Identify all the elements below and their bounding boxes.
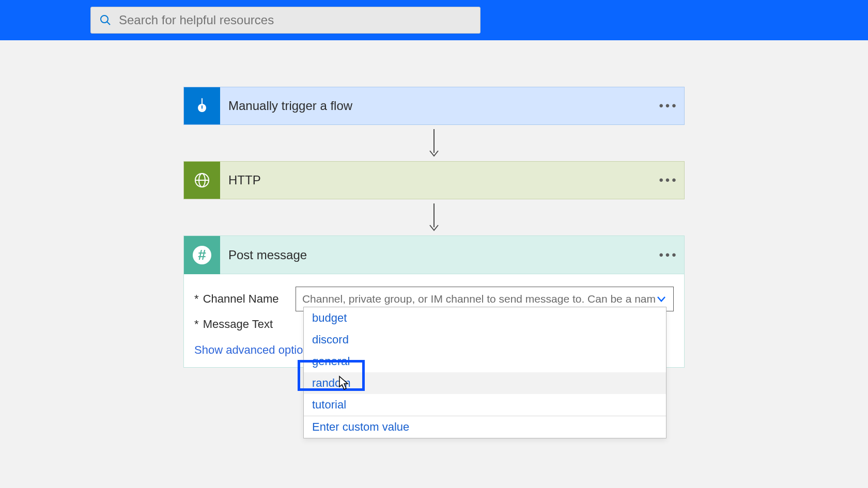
post-message-title: Post message [228, 248, 653, 262]
post-message-form: * Channel Name Channel, private group, o… [184, 274, 684, 367]
post-message-header[interactable]: # Post message ••• [184, 236, 684, 274]
channel-name-placeholder: Channel, private group, or IM channel to… [302, 293, 656, 305]
http-menu-icon[interactable]: ••• [653, 173, 684, 187]
post-message-card: # Post message ••• * Channel Name Channe… [183, 235, 685, 368]
top-bar [0, 0, 868, 40]
svg-text:#: # [198, 247, 206, 263]
svg-point-3 [202, 109, 203, 111]
search-icon [99, 14, 112, 26]
dropdown-option-discord[interactable]: discord [304, 329, 666, 351]
connector-arrow [183, 199, 685, 235]
trigger-menu-icon[interactable]: ••• [653, 99, 684, 113]
http-card[interactable]: HTTP ••• [183, 161, 685, 199]
dropdown-option-general[interactable]: general [304, 351, 666, 372]
trigger-icon [184, 87, 220, 124]
search-box[interactable] [90, 7, 481, 34]
hash-icon: # [184, 236, 220, 274]
flow-canvas: Manually trigger a flow ••• HTTP ••• [0, 87, 868, 405]
dropdown-option-random[interactable]: random [304, 372, 666, 394]
dropdown-custom-value[interactable]: Enter custom value [304, 416, 666, 438]
dropdown-option-budget[interactable]: budget [304, 307, 666, 329]
channel-name-label: * Channel Name [194, 292, 296, 306]
connector-arrow [183, 125, 685, 161]
svg-point-0 [101, 15, 108, 23]
dropdown-option-tutorial[interactable]: tutorial [304, 394, 666, 416]
globe-icon [184, 162, 220, 199]
chevron-down-icon [656, 293, 667, 305]
channel-dropdown: budgetdiscordgeneralrandomtutorialEnter … [303, 307, 667, 438]
post-message-menu-icon[interactable]: ••• [653, 248, 684, 262]
http-title: HTTP [228, 173, 653, 187]
search-input[interactable] [119, 13, 472, 27]
trigger-card[interactable]: Manually trigger a flow ••• [183, 87, 685, 125]
svg-line-1 [107, 22, 110, 25]
trigger-title: Manually trigger a flow [228, 99, 653, 113]
message-text-label: * Message Text [194, 318, 303, 331]
